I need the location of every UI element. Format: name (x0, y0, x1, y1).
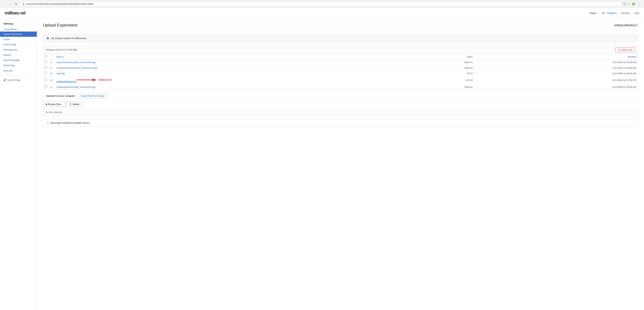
logo-dot: · (19, 10, 20, 15)
modified-cell: 12/17/2024 12:27:08 PM (474, 76, 638, 84)
upload-tabs: Upload from your computer Import from Te… (43, 93, 638, 99)
col-bytes-header[interactable]: Bytes (406, 54, 474, 60)
tab-import-library[interactable]: Import from Test Library (78, 93, 107, 99)
radio-option-millisecond: My script is hosted on Millisecond (43, 34, 638, 42)
hosted-other-radio[interactable] (46, 122, 49, 124)
trash-icon: 🗑 (618, 48, 620, 51)
sidebar-item-options[interactable]: Options (0, 52, 37, 57)
region-value[interactable]: US - Oregon ▾ (602, 12, 616, 14)
sidebar-item-upload-experiment[interactable]: Upload Experiment (0, 31, 37, 37)
page-title: Upload Experiment (43, 23, 77, 27)
modified-cell: 12/17/2024 11:40:09 AM (474, 65, 638, 71)
browser-chrome: ← → ↻ 🔒 myaccount.millisecond.com/experi… (0, 0, 644, 8)
col-checkbox-header (43, 54, 49, 60)
sidebar-item-summary[interactable]: Summary (0, 68, 37, 73)
sidebar: Settings ‹ Experiments Upload Experiment… (0, 18, 37, 310)
filename-cell: simplereactiontimetask_touchscreen.iqjs (55, 84, 406, 90)
delete-files-button[interactable]: 🗑 Delete Files (615, 47, 635, 52)
folder-icon: ■ (46, 103, 47, 105)
gear-icon[interactable]: ⚙ (50, 72, 52, 75)
filename-link[interactable]: selfpacedbattery.htm (56, 80, 76, 83)
row-checkbox[interactable] (45, 61, 47, 63)
filename-cell: choicereactiontimetask_touchscreen.iqjs (55, 60, 406, 65)
storage-info: (Storage used: (0.17 of 500 MB) (46, 48, 77, 51)
modified-cell: 12/17/2024 11:40:09 AM (474, 84, 638, 90)
file-table-header: (Storage used: (0.17 of 500 MB) 🗑 Delete… (43, 46, 638, 54)
row-checkbox[interactable] (45, 66, 47, 69)
click-annotation-text: Click on it (99, 78, 112, 81)
hosted-millisecond-label[interactable]: My script is hosted on Millisecond (51, 37, 86, 40)
bookmark-icon[interactable]: ☆ (628, 2, 630, 5)
back-button[interactable]: ← (2, 2, 7, 6)
col-name-header[interactable]: Name ▲ (55, 54, 406, 60)
back-to-experiments-link[interactable]: ‹ Experiments (0, 27, 37, 31)
table-row: ⚙selfpacedbattery.htmClick on it1111 B12… (43, 76, 638, 84)
sidebar-item-scripts[interactable]: Scripts (0, 37, 37, 42)
row-checkbox[interactable] (45, 72, 47, 74)
no-files-text: No files selected (46, 111, 62, 113)
filename-cell: main.iqjs (55, 71, 406, 76)
no-files-box: No files selected (43, 109, 638, 116)
filename-cell: complexreactiontimetask_touchscreen.iqjs (55, 65, 406, 71)
app-body: Settings ‹ Experiments Upload Experiment… (0, 18, 644, 310)
browse-files-button[interactable]: ■ Browse Files... (43, 101, 65, 107)
browser-toolbar: 🔍 ☆ 🧩 ⋮ (623, 1, 642, 6)
extensions-icon[interactable]: 🧩 (632, 2, 635, 5)
row-checkbox[interactable] (45, 86, 47, 88)
col-modified-header[interactable]: Modified (474, 54, 638, 60)
modified-cell: 12/17/2024 11:40:09 AM (474, 71, 638, 76)
menu-button[interactable]: ⋮ (637, 1, 642, 6)
sort-arrow-icon: ▲ (63, 56, 65, 58)
chevron-left-icon: ‹ (3, 28, 4, 30)
bytes-cell: 297 B (406, 71, 474, 76)
account-label[interactable]: Account (621, 12, 630, 14)
bytes-cell: 1111 B (406, 76, 474, 84)
sidebar-launch-page-link[interactable]: 🚀 Launch Page (0, 77, 37, 83)
main-content: Upload Experiment selfpacedbattery7 My s… (37, 18, 644, 310)
region-label: Region (590, 12, 597, 14)
search-icon[interactable]: 🔍 (623, 2, 626, 5)
sidebar-item-data-forwarding[interactable]: Data Forwarding (0, 57, 37, 63)
filename-text: choicereactiontimetask_touchscreen.iqjs (56, 61, 96, 64)
hosted-millisecond-radio[interactable] (46, 37, 49, 40)
modified-cell: 12/17/2024 11:40:09 AM (474, 60, 638, 65)
table-row: ⚙simplereactiontimetask_touchscreen.iqjs… (43, 84, 638, 90)
select-all-checkbox[interactable] (45, 55, 47, 57)
gear-icon[interactable]: ⚙ (50, 79, 52, 81)
forward-button[interactable]: → (8, 2, 13, 6)
app-header: millisec·nd Region US - Oregon ▾ Account… (0, 8, 644, 18)
url-text: myaccount.millisecond.com/experiment/hos… (26, 3, 619, 5)
sidebar-item-finish-page[interactable]: Finish Page (0, 63, 37, 68)
gear-icon[interactable]: ⚙ (50, 61, 52, 64)
svg-marker-1 (92, 78, 97, 81)
table-header-row: Name ▲ Bytes Modified (43, 54, 638, 60)
chevron-down-icon: ▾ (615, 12, 616, 14)
refresh-button[interactable]: ↻ (14, 2, 18, 6)
sidebar-item-participant-ids[interactable]: Participant Ids (0, 47, 37, 52)
gear-icon[interactable]: ⚙ (50, 86, 52, 88)
sidebar-item-launch-page[interactable]: Launch Page (0, 42, 37, 47)
row-checkbox[interactable] (45, 79, 47, 81)
upload-buttons: ■ Browse Files... ⬆ Upload (43, 101, 638, 107)
upload-button[interactable]: ⬆ Upload (67, 101, 82, 107)
table-row: ⚙choicereactiontimetask_touchscreen.iqjs… (43, 60, 638, 65)
file-table: Name ▲ Bytes Modified ⚙choicereactiontim… (43, 54, 638, 90)
gear-icon[interactable]: ⚙ (50, 67, 52, 69)
site-info-icon: 🔒 (22, 3, 25, 5)
file-table-container: (Storage used: (0.17 of 500 MB) 🗑 Delete… (43, 45, 638, 90)
tab-upload-computer[interactable]: Upload from your computer (43, 93, 78, 99)
sidebar-divider (0, 75, 37, 75)
red-arrow-icon (76, 77, 97, 82)
user-label[interactable]: User (634, 12, 639, 14)
experiment-name: selfpacedbattery7 (614, 23, 638, 27)
sidebar-title: Settings (0, 22, 37, 27)
hosted-other-label[interactable]: My script is hosted on another server... (51, 121, 91, 124)
radio-option-other-server: My script is hosted on another server... (43, 119, 638, 127)
col-gear-header (49, 54, 55, 60)
table-row: ⚙complexreactiontimetask_touchscreen.iqj… (43, 65, 638, 71)
header-nav: Region US - Oregon ▾ Account User (590, 12, 639, 14)
filename-cell: selfpacedbattery.htmClick on it (55, 76, 406, 84)
table-row: ⚙main.iqjs297 B12/17/2024 11:40:09 AM (43, 71, 638, 76)
address-bar[interactable]: 🔒 myaccount.millisecond.com/experiment/h… (20, 1, 622, 6)
logo: millisec·nd (5, 10, 25, 15)
